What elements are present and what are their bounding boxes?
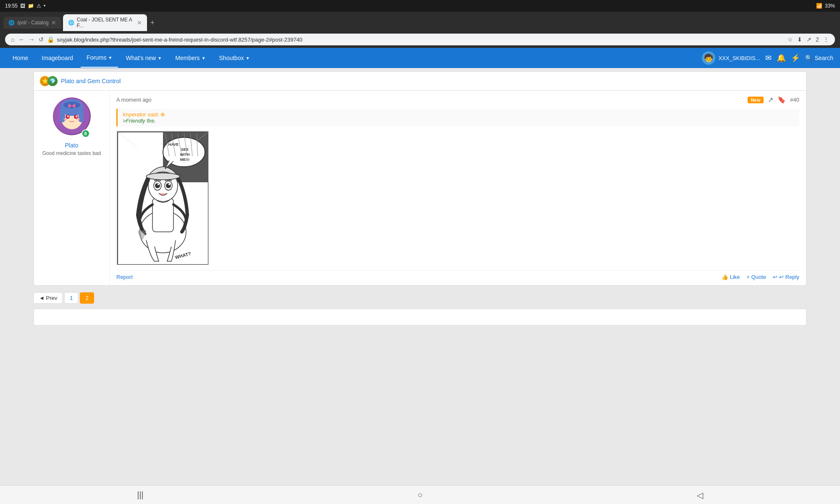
avatar-image [54, 98, 90, 134]
like-label: Like [730, 274, 740, 280]
back-button[interactable]: ← [18, 36, 24, 43]
svg-point-9 [76, 116, 77, 117]
reply-label: ↩ Reply [779, 274, 799, 280]
main-content: ⭐ 💎 Plato and Gem Control [0, 68, 840, 326]
quote-block: Imperator said: ⊕ >Friendly fire. [116, 109, 799, 126]
forums-dropdown-icon: ▼ [108, 55, 113, 60]
url-area[interactable]: 🔒 soyjak.blog/index.php?threads/joel-sen… [47, 36, 784, 43]
nav-username: XXX_SKIBIDIS... [719, 55, 760, 61]
nav-user[interactable]: 🧒 XXX_SKIBIDIS... [702, 51, 760, 65]
browser-chrome: 🌐 /pol/ - Catalog ✕ 🌐 Coal - JOEL SENT M… [0, 12, 840, 48]
menu-dots-icon[interactable]: ⋮ [823, 36, 829, 43]
post-sidebar: 8 Plato Good medicine tastes bad [34, 91, 110, 285]
mail-icon[interactable]: ✉ [765, 53, 772, 63]
nav-home[interactable]: Home [7, 49, 34, 67]
bell-icon[interactable]: 🔔 [777, 53, 786, 63]
post-footer: Report 👍 Like + Quote ↩ ↩ Reply [116, 270, 799, 280]
nav-whats-new[interactable]: What's new ▼ [120, 49, 168, 67]
status-right: 📶 33% [816, 3, 835, 9]
status-time: 19:55 [5, 3, 18, 9]
nav-forums[interactable]: Forums ▼ [81, 48, 118, 68]
thread-title-link[interactable]: Plato and Gem Control [61, 78, 121, 84]
nav-shoutbox[interactable]: Shoutbox ▼ [213, 49, 256, 67]
search-button[interactable]: 🔍 Search [805, 55, 833, 61]
new-badge: New [748, 97, 764, 103]
folder-icon: 📁 [28, 3, 34, 9]
search-label: Search [815, 55, 833, 61]
bolt-icon[interactable]: ⚡ [791, 53, 800, 63]
svg-text:SEX: SEX [181, 147, 189, 152]
post-timestamp: A moment ago [116, 97, 152, 103]
tab2-close-icon[interactable]: ✕ [137, 19, 142, 26]
post-meta: A moment ago New ↗ 🔖 #40 [116, 96, 799, 104]
search-icon: 🔍 [805, 55, 812, 61]
page-2-button[interactable]: 2 [80, 292, 94, 304]
address-bar: ⌂ ← → ↺ 🔒 soyjak.blog/index.php?threads/… [5, 34, 835, 45]
bookmark-post-icon[interactable]: 🔖 [777, 96, 786, 104]
tab-coal-thread[interactable]: 🌐 Coal - JOEL SENT ME A F... ✕ [63, 14, 147, 31]
quote-label: + Quote [747, 274, 766, 280]
battery-text: 33% [825, 3, 835, 9]
warning-icon: ⚠ [37, 3, 41, 9]
bookmark-star-icon[interactable]: ☆ [788, 36, 793, 43]
nav-right: 🧒 XXX_SKIBIDIS... ✉ 🔔 ⚡ 🔍 Search [702, 51, 833, 65]
like-button[interactable]: 👍 Like [722, 274, 740, 280]
gem-badge-icon: 💎 [47, 76, 58, 86]
tab2-favicon: 🌐 [68, 20, 74, 26]
tab1-title: /pol/ - Catalog [17, 20, 49, 26]
nav-members-label: Members [175, 55, 200, 61]
write-reply-area[interactable] [34, 309, 806, 326]
members-dropdown-icon: ▼ [202, 56, 206, 60]
tab-pol-catalog[interactable]: 🌐 /pol/ - Catalog ✕ [3, 17, 61, 29]
post-actions-right: New ↗ 🔖 #40 [748, 96, 799, 104]
whats-new-dropdown-icon: ▼ [158, 56, 162, 60]
download-icon[interactable]: ⬇ [797, 36, 802, 43]
thread-header: ⭐ 💎 Plato and Gem Control [34, 71, 806, 91]
photo-icon: 🖼 [20, 3, 25, 9]
browser-nav-buttons: ⌂ ← → ↺ [11, 36, 44, 43]
page-1-button[interactable]: 1 [64, 292, 78, 304]
nav-imageboard[interactable]: Imageboard [36, 49, 79, 67]
tab1-favicon: 🌐 [8, 20, 15, 26]
tab-bar: 🌐 /pol/ - Catalog ✕ 🌐 Coal - JOEL SENT M… [3, 14, 837, 31]
share-browser-icon[interactable]: ↗ [806, 36, 811, 43]
quote-symbol: ⊕ [160, 111, 165, 118]
avatar-image: 🧒 [704, 53, 713, 63]
svg-point-11 [76, 118, 80, 121]
svg-text:ME!!!: ME!!! [180, 158, 190, 162]
refresh-button[interactable]: ↺ [39, 36, 44, 43]
avatar: 🧒 [702, 51, 715, 65]
prev-page-button[interactable]: ◄ Prev [34, 292, 63, 304]
pagination: ◄ Prev 1 2 [34, 289, 806, 309]
status-left: 19:55 🖼 📁 ⚠ • [5, 3, 45, 9]
manga-image: HAVE SEX WITH ME!!! WHAT? [117, 131, 209, 265]
nav-imageboard-label: Imageboard [42, 55, 73, 61]
home-browser-icon[interactable]: ⌂ [11, 36, 14, 43]
nav-whats-new-label: What's new [126, 55, 156, 61]
tab1-close-icon[interactable]: ✕ [51, 19, 56, 26]
secure-icon: 🔒 [47, 36, 54, 43]
report-link[interactable]: Report [116, 274, 133, 280]
svg-point-24 [166, 183, 171, 188]
nav-shoutbox-label: Shoutbox [219, 55, 244, 61]
tab-count-badge[interactable]: 2 [816, 36, 819, 43]
post-footer-right: 👍 Like + Quote ↩ ↩ Reply [722, 274, 799, 280]
shoutbox-dropdown-icon: ▼ [246, 56, 250, 60]
nav-members[interactable]: Members ▼ [169, 49, 211, 67]
svg-point-26 [168, 184, 170, 185]
forward-button[interactable]: → [29, 36, 34, 43]
post-image[interactable]: HAVE SEX WITH ME!!! WHAT? [116, 131, 209, 265]
tab2-title: Coal - JOEL SENT ME A F... [77, 17, 134, 29]
url-text[interactable]: soyjak.blog/index.php?threads/joel-sent-… [57, 37, 784, 43]
quote-button[interactable]: + Quote [747, 274, 766, 280]
dot-icon: • [44, 3, 45, 9]
level-number: 8 [84, 131, 87, 136]
share-post-icon[interactable]: ↗ [768, 96, 773, 104]
post-username[interactable]: Plato [65, 142, 79, 149]
reply-button[interactable]: ↩ ↩ Reply [773, 274, 799, 280]
nav-home-label: Home [13, 55, 28, 61]
quote-user[interactable]: Imperator said: ⊕ [123, 111, 794, 118]
user-level-badge: 8 [81, 129, 90, 138]
new-tab-button[interactable]: + [150, 18, 155, 27]
nav-forums-label: Forums [87, 54, 106, 61]
